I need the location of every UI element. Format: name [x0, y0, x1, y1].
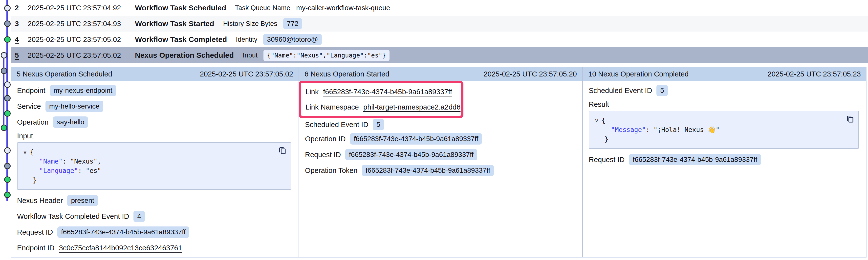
field-service: Service my-hello-service — [17, 99, 292, 114]
service-badge: my-hello-service — [45, 101, 103, 112]
field-operation: Operation say-hello — [17, 114, 292, 130]
operation-id-badge: f665283f-743e-4374-b45b-9a61a89337ff — [350, 133, 482, 145]
panel-nexus-operation-started: 6 Nexus Operation Started 2025-02-25 UTC… — [299, 67, 582, 257]
json-line: "Message": "¡Hola! Nexus 👋" — [595, 125, 852, 135]
request-id-badge: f665283f-743e-4374-b45b-9a61a89337ff — [629, 154, 761, 165]
field-label: Endpoint — [17, 86, 45, 95]
panel-timestamp: 2025-02-25 UTC 23:57:05.23 — [768, 70, 861, 78]
field-label: Request ID — [589, 156, 625, 164]
panel-body: Scheduled Event ID 5 Result ∨ { "Message… — [583, 81, 866, 168]
panel-body: Link f665283f-743e-4374-b45b-9a61a89337f… — [299, 81, 582, 178]
json-open-brace: { — [30, 147, 34, 157]
field-scheduled-event-id: Scheduled Event ID 5 — [589, 83, 860, 99]
panel-nexus-operation-completed: 10 Nexus Operation Completed 2025-02-25 … — [582, 67, 866, 257]
event-dot-completed[interactable] — [4, 192, 11, 198]
event-attr-badge: 30960@totoro@ — [263, 34, 321, 45]
copy-icon[interactable] — [845, 115, 855, 123]
event-name: Workflow Task Scheduled — [135, 4, 226, 12]
event-id-link[interactable]: 3 — [15, 20, 28, 28]
event-id-link[interactable]: 2 — [15, 4, 28, 12]
field-label: Operation Token — [305, 166, 358, 175]
panel-timestamp: 2025-02-25 UTC 23:57:05.02 — [200, 70, 293, 78]
field-label: Request ID — [305, 151, 341, 159]
field-endpoint: Endpoint my-nexus-endpoint — [17, 83, 292, 99]
event-timestamp: 2025-02-25 UTC 23:57:05.02 — [28, 36, 124, 44]
result-json-viewer: ∨ { "Message": "¡Hola! Nexus 👋" } — [589, 111, 859, 149]
field-request-id: Request ID f665283f-743e-4374-b45b-9a61a… — [589, 152, 860, 168]
event-dot-started[interactable] — [4, 95, 11, 101]
panel-body: Endpoint my-nexus-endpoint Service my-he… — [11, 81, 299, 256]
field-label: Link — [306, 88, 318, 96]
panel-title: 5 Nexus Operation Scheduled — [17, 70, 112, 78]
event-dot-scheduled[interactable] — [4, 5, 11, 11]
event-dot-scheduled[interactable] — [4, 81, 11, 88]
event-name: Workflow Task Completed — [135, 35, 227, 44]
field-label: Operation ID — [305, 135, 345, 143]
copy-icon[interactable] — [278, 146, 287, 155]
field-request-id: Request ID f665283f-743e-4374-b45b-9a61a… — [17, 224, 292, 240]
event-id-badge: 4 — [133, 211, 145, 222]
field-nexus-header: Nexus Header present — [17, 193, 292, 209]
field-label: Link Namespace — [306, 103, 359, 111]
endpoint-badge: my-nexus-endpoint — [50, 85, 116, 96]
json-line: "Name": "Nexus", — [24, 157, 285, 166]
json-line: "Language": "es" — [24, 166, 285, 175]
field-label: Endpoint ID — [17, 244, 55, 252]
event-dot-completed[interactable] — [4, 110, 11, 117]
request-id-badge: f665283f-743e-4374-b45b-9a61a89337ff — [345, 149, 477, 160]
event-dot-started[interactable] — [4, 21, 11, 27]
event-timestamp: 2025-02-25 UTC 23:57:04.93 — [28, 20, 124, 28]
panel-timestamp: 2025-02-25 UTC 23:57:05.20 — [484, 70, 577, 78]
collapse-chevron-icon[interactable]: ∨ — [23, 147, 27, 157]
event-row-2[interactable]: 2 2025-02-25 UTC 23:57:04.92 Workflow Ta… — [11, 0, 868, 16]
event-row-4[interactable]: 4 2025-02-25 UTC 23:57:05.02 Workflow Ta… — [11, 32, 868, 47]
highlight-annotation-box: Link f665283f-743e-4374-b45b-9a61a89337f… — [299, 81, 463, 118]
field-endpoint-id: Endpoint ID 3c0c75ccfa8144b092c13ce63246… — [17, 240, 292, 256]
field-label: Service — [17, 102, 41, 111]
field-label: Workflow Task Completed Event ID — [17, 212, 129, 221]
event-name: Workflow Task Started — [135, 20, 214, 28]
field-scheduled-event-id: Scheduled Event ID 5 — [305, 118, 576, 131]
event-dot-scheduled[interactable] — [4, 147, 11, 154]
panel-header: 6 Nexus Operation Started 2025-02-25 UTC… — [299, 67, 582, 81]
field-label: Nexus Header — [17, 197, 63, 205]
event-row-3[interactable]: 3 2025-02-25 UTC 23:57:04.93 Workflow Ta… — [11, 16, 868, 32]
timeline-rail — [0, 0, 11, 260]
field-label: Scheduled Event ID — [589, 86, 652, 95]
field-operation-id: Operation ID f665283f-743e-4374-b45b-9a6… — [305, 131, 576, 147]
event-name: Nexus Operation Scheduled — [135, 51, 234, 60]
event-timestamp: 2025-02-25 UTC 23:57:05.02 — [28, 51, 124, 60]
event-attr-label: History Size Bytes — [223, 20, 277, 28]
field-request-id: Request ID f665283f-743e-4374-b45b-9a61a… — [305, 147, 576, 162]
link-workflow-link[interactable]: f665283f-743e-4374-b45b-9a61a89337ff — [323, 88, 452, 96]
event-history-list: 2 2025-02-25 UTC 23:57:04.92 Workflow Ta… — [11, 0, 868, 63]
event-dot-scheduled[interactable] — [1, 52, 7, 59]
panel-header: 5 Nexus Operation Scheduled 2025-02-25 U… — [11, 67, 299, 81]
link-namespace-link[interactable]: phil-target-namespace2.a2dd6 — [363, 103, 460, 111]
event-timestamp: 2025-02-25 UTC 23:57:04.92 — [28, 4, 124, 12]
field-workflow-task-completed-event-id: Workflow Task Completed Event ID 4 — [17, 209, 292, 224]
event-detail-panels: 5 Nexus Operation Scheduled 2025-02-25 U… — [11, 67, 867, 258]
timeline-branch-line — [3, 55, 4, 128]
event-id-link[interactable]: 4 — [15, 36, 28, 44]
event-dot-started[interactable] — [1, 68, 7, 74]
event-attr-label: Task Queue Name — [235, 4, 290, 12]
event-id-link[interactable]: 5 — [15, 51, 28, 60]
json-close-brace: } — [595, 135, 852, 144]
nexus-header-badge: present — [67, 195, 98, 206]
event-row-5-selected[interactable]: 5 2025-02-25 UTC 23:57:05.02 Nexus Opera… — [11, 47, 868, 63]
json-close-brace: } — [24, 175, 285, 185]
collapse-chevron-icon[interactable]: ∨ — [595, 116, 599, 125]
event-attr-badge: 772 — [283, 18, 302, 29]
field-label: Request ID — [17, 228, 53, 236]
field-label: Scheduled Event ID — [305, 121, 368, 129]
event-attr-label: Identity — [236, 36, 257, 43]
event-dot-completed[interactable] — [4, 36, 11, 43]
endpoint-id-link[interactable]: 3c0c75ccfa8144b092c13ce632463761 — [59, 244, 182, 252]
task-queue-link[interactable]: my-caller-workflow-task-queue — [296, 4, 390, 12]
event-dot-started[interactable] — [4, 163, 11, 169]
event-dot-completed[interactable] — [1, 124, 7, 131]
event-dot-completed[interactable] — [4, 176, 11, 183]
request-id-badge: f665283f-743e-4374-b45b-9a61a89337ff — [57, 226, 189, 238]
event-input-badge: {"Name":"Nexus","Language":"es"} — [264, 50, 390, 61]
